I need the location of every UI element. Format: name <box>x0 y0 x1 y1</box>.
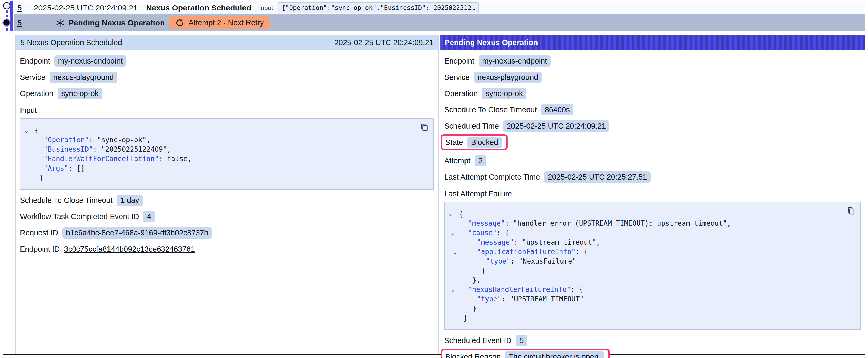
field-row: Schedule To Close Timeout 86400s <box>444 104 861 116</box>
state-badge: Blocked <box>467 137 502 148</box>
blocked-reason-highlight-box: Blocked Reason The circuit breaker is op… <box>440 349 610 358</box>
collapse-chevron-icon[interactable]: ⌄ <box>447 247 459 256</box>
json-text: { <box>35 126 39 135</box>
field-value: 5 <box>516 335 527 346</box>
field-row: Service nexus-playground <box>444 71 861 83</box>
collapse-chevron-icon[interactable]: ⌄ <box>447 228 459 237</box>
json-gutter <box>23 135 35 144</box>
json-plain: : "handler error (UPSTREAM_TIMEOUT): ups… <box>505 220 731 227</box>
input-mini-label: Input <box>259 4 273 11</box>
json-plain: : [] <box>68 164 85 172</box>
json-code-line: "Operation": "sync-op-ok", <box>23 135 427 144</box>
field-row: Operation sync-op-ok <box>444 88 861 99</box>
field-label: Schedule To Close Timeout <box>20 196 113 205</box>
field-label: Blocked Reason <box>445 353 501 358</box>
event-row-nexus-operation-scheduled[interactable]: 5 2025-02-25 UTC 20:24:09.21 Nexus Opera… <box>14 1 865 14</box>
field-row: Workflow Task Completed Event ID 4 <box>20 211 434 222</box>
copy-icon[interactable] <box>846 206 856 216</box>
field-label: Schedule To Close Timeout <box>444 105 537 114</box>
json-gutter <box>447 275 459 285</box>
state-highlight-box: State Blocked <box>440 134 507 150</box>
field-label: Service <box>444 73 470 82</box>
json-text: } <box>35 173 43 183</box>
json-code-line: "Args": [] <box>23 164 427 173</box>
right-fields-top: Endpoint my-nexus-endpoint Service nexus… <box>444 55 861 132</box>
field-row: Endpoint my-nexus-endpoint <box>444 55 861 67</box>
field-value: b1c6a4bc-8ee7-468a-9169-df3b02c8737b <box>62 227 212 238</box>
collapse-chevron-icon[interactable]: ⌄ <box>447 285 459 294</box>
event-timestamp: 2025-02-25 UTC 20:24:09.21 <box>34 3 138 12</box>
json-text: "message": "handler error (UPSTREAM_TIME… <box>459 219 731 228</box>
json-gutter <box>23 173 35 183</box>
field-label: Service <box>20 73 45 82</box>
json-code-line: ⌄"cause": { <box>447 228 854 237</box>
input-section-label: Input <box>20 106 434 115</box>
retry-icon <box>175 19 184 27</box>
field-row: Last Attempt Complete Time 2025-02-25 UT… <box>444 171 861 183</box>
collapse-chevron-icon[interactable]: ⌄ <box>447 209 459 219</box>
json-code-line: "HandlerWaitForCancellation": false, <box>23 154 427 164</box>
copy-icon[interactable] <box>419 123 429 133</box>
json-plain: : { <box>576 248 588 256</box>
event-id-link[interactable]: 5 <box>17 19 22 27</box>
field-value: my-nexus-endpoint <box>54 55 127 67</box>
json-plain: : "20250225122409", <box>93 145 171 153</box>
left-panel-title: 5 Nexus Operation Scheduled <box>21 38 122 47</box>
json-key: "cause" <box>468 229 497 237</box>
event-row-pending-nexus-operation[interactable]: 5 Pending Nexus Operation Attempt 2 · Ne… <box>14 14 865 31</box>
field-row: Schedule To Close Timeout 1 day <box>20 194 434 206</box>
json-plain: : "UPSTREAM_TIMEOUT" <box>501 295 584 303</box>
json-text: } <box>459 313 468 323</box>
state-row: State Blocked <box>445 136 502 148</box>
field-row: Scheduled Time 2025-02-25 UTC 20:24:09.2… <box>444 120 861 132</box>
json-key: "message" <box>477 238 514 246</box>
event-id-link[interactable]: 5 <box>17 3 22 12</box>
left-panel-header: 5 Nexus Operation Scheduled 2025-02-25 U… <box>16 35 438 50</box>
scheduled-event-id-row: Scheduled Event ID 5 <box>444 335 861 346</box>
json-plain: } <box>472 304 476 312</box>
json-key: "applicationFailureInfo" <box>477 248 576 256</box>
event-history-page: 5 2025-02-25 UTC 20:24:09.21 Nexus Opera… <box>0 0 868 358</box>
left-panel-timestamp: 2025-02-25 UTC 20:24:09.21 <box>335 38 433 47</box>
field-value: 86400s <box>541 104 574 116</box>
json-code-line: ⌄{ <box>23 126 427 135</box>
field-row: Service nexus-playground <box>20 71 434 83</box>
json-plain: : "NexusFailure" <box>510 257 576 265</box>
pending-event-title: Pending Nexus Operation <box>68 19 165 27</box>
last-attempt-failure-label: Last Attempt Failure <box>444 190 861 198</box>
json-key: "type" <box>477 295 501 303</box>
json-text: "Operation": "sync-op-ok", <box>35 135 151 144</box>
field-label: Workflow Task Completed Event ID <box>20 212 139 221</box>
json-key: "Operation" <box>43 136 89 144</box>
json-plain: } <box>39 174 43 182</box>
field-label: Operation <box>444 89 477 98</box>
json-text: "BusinessID": "20250225122409", <box>35 144 171 154</box>
json-key: "message" <box>468 220 505 227</box>
json-gutter <box>447 266 459 275</box>
pending-nexus-operation-panel: Pending Nexus Operation Endpoint my-nexu… <box>439 35 865 354</box>
json-plain: { <box>35 127 39 134</box>
field-label: Endpoint <box>20 57 50 65</box>
endpoint-id-link[interactable]: 3c0c75ccfa8144b092c13ce632463761 <box>64 245 195 254</box>
field-label: Scheduled Event ID <box>444 336 512 345</box>
json-key: "type" <box>486 257 510 265</box>
field-value: 1 day <box>117 195 143 206</box>
json-gutter <box>447 219 459 228</box>
failure-json-block: ⌄{"message": "handler error (UPSTREAM_TI… <box>444 202 861 330</box>
json-text: } <box>459 304 476 313</box>
collapse-chevron-icon[interactable]: ⌄ <box>23 126 35 135</box>
current-event-dot-icon <box>3 20 10 26</box>
json-text: "message": "upstream timeout", <box>459 237 600 247</box>
json-gutter <box>447 237 459 247</box>
event-detail-area: 5 Nexus Operation Scheduled 2025-02-25 U… <box>3 31 865 355</box>
json-text: "cause": { <box>459 228 509 237</box>
field-label: Last Attempt Complete Time <box>444 173 540 182</box>
endpoint-id-row: Endpoint ID 3c0c75ccfa8144b092c13ce63246… <box>20 243 434 255</box>
field-label: Endpoint <box>444 57 474 65</box>
attempt-retry-badge-label: Attempt 2 · Next Retry <box>188 19 264 27</box>
json-gutter <box>447 313 459 323</box>
json-text: "nexusHandlerFailureInfo": { <box>459 285 583 294</box>
field-row: Request ID b1c6a4bc-8ee7-468a-9169-df3b0… <box>20 227 434 238</box>
field-value: 2025-02-25 UTC 20:25:27.51 <box>544 171 650 183</box>
json-plain: : { <box>570 286 583 293</box>
